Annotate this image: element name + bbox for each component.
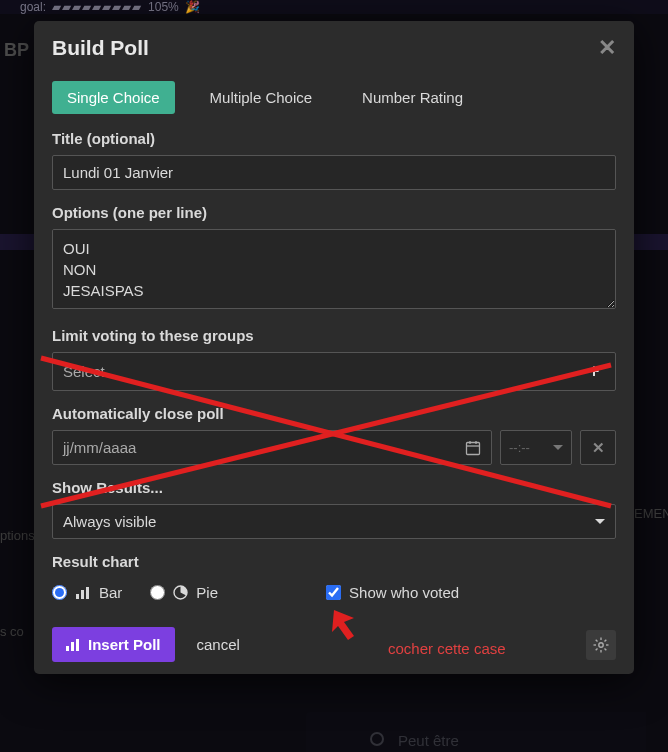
title-label: Title (optional): [52, 130, 616, 147]
gear-icon: [593, 637, 609, 653]
modal-title: Build Poll: [52, 36, 149, 60]
results-visibility-select[interactable]: Always visible: [52, 504, 616, 539]
bar-chart-icon: [66, 639, 80, 651]
bar-chart-icon: [75, 586, 91, 600]
chevron-down-icon: [595, 519, 605, 524]
close-icon[interactable]: ✕: [598, 35, 616, 61]
chevron-down-icon: [553, 445, 563, 450]
svg-rect-9: [71, 642, 74, 651]
tab-single-choice[interactable]: Single Choice: [52, 81, 175, 114]
groups-select[interactable]: Select... +: [52, 352, 616, 391]
svg-line-18: [596, 648, 598, 650]
svg-rect-5: [81, 590, 84, 599]
resultchart-label: Result chart: [52, 553, 616, 570]
insert-poll-button[interactable]: Insert Poll: [52, 627, 175, 662]
tab-number-rating[interactable]: Number Rating: [347, 81, 478, 114]
svg-line-19: [605, 639, 607, 641]
tab-multiple-choice[interactable]: Multiple Choice: [195, 81, 328, 114]
autoclose-label: Automatically close poll: [52, 405, 616, 422]
date-input[interactable]: jj/mm/aaaa: [52, 430, 492, 465]
pie-label: Pie: [196, 584, 218, 601]
bar-label: Bar: [99, 584, 122, 601]
svg-point-11: [599, 642, 603, 646]
svg-rect-10: [76, 639, 79, 651]
chart-bar-radio[interactable]: Bar: [52, 584, 122, 601]
pie-chart-icon: [173, 585, 188, 600]
svg-rect-6: [86, 587, 89, 599]
whovoted-label: Show who voted: [349, 584, 459, 601]
options-label: Options (one per line): [52, 204, 616, 221]
settings-button[interactable]: [586, 630, 616, 660]
show-who-voted-checkbox[interactable]: Show who voted: [326, 584, 459, 601]
showresults-label: Show Results...: [52, 479, 616, 496]
svg-rect-0: [467, 442, 480, 454]
build-poll-modal: Build Poll ✕ Single Choice Multiple Choi…: [34, 21, 634, 674]
time-input[interactable]: --:--: [500, 430, 572, 465]
cancel-link[interactable]: cancel: [197, 636, 240, 653]
clear-date-button[interactable]: ✕: [580, 430, 616, 465]
svg-line-16: [596, 639, 598, 641]
svg-line-17: [605, 648, 607, 650]
calendar-icon: [465, 440, 481, 456]
chart-pie-radio[interactable]: Pie: [150, 584, 218, 601]
groups-placeholder: Select...: [63, 363, 117, 380]
svg-rect-8: [66, 646, 69, 651]
groups-label: Limit voting to these groups: [52, 327, 616, 344]
plus-icon[interactable]: +: [583, 361, 605, 382]
svg-rect-4: [76, 594, 79, 599]
options-textarea[interactable]: [52, 229, 616, 309]
bg-header: goal: ▰▰▰▰▰▰▰▰▰ 105% 🎉: [0, 0, 668, 14]
annotation-text: cocher cette case: [388, 640, 506, 657]
title-input[interactable]: [52, 155, 616, 190]
poll-type-tabs: Single Choice Multiple Choice Number Rat…: [34, 81, 634, 130]
